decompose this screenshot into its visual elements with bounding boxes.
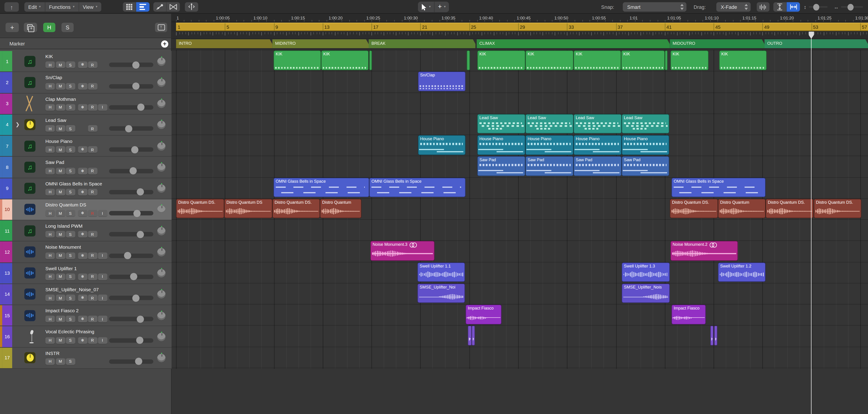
freeze-button[interactable]: ❄ xyxy=(78,231,87,238)
pan-knob[interactable] xyxy=(157,354,166,362)
region-kik[interactable]: KIK xyxy=(671,51,709,70)
tracks-view-button[interactable] xyxy=(136,2,149,12)
region-kik[interactable]: KIK xyxy=(274,51,321,70)
region-house-piano[interactable]: House Piano xyxy=(477,135,525,155)
region-lead-saw[interactable]: Lead Saw xyxy=(622,114,669,134)
region-kik[interactable]: KIK xyxy=(719,51,767,70)
solo-button[interactable]: S xyxy=(66,337,75,344)
region-swell-uplifter-1-3[interactable]: Swell Uplifter 1.3 xyxy=(622,262,670,282)
slider-thumb[interactable] xyxy=(847,4,854,10)
functions-menu[interactable]: Functions▾ xyxy=(45,2,79,12)
region-impact-fiasco[interactable]: Impact Fiasco xyxy=(466,304,502,324)
volume-slider[interactable] xyxy=(109,190,153,194)
hide-button[interactable]: H xyxy=(45,104,55,111)
duplicate-track-button[interactable] xyxy=(24,23,37,32)
region-lead-saw[interactable]: Lead Saw xyxy=(477,114,525,134)
hide-button[interactable]: H xyxy=(45,252,55,259)
solo-button[interactable]: S xyxy=(66,231,75,238)
region-sn-clap[interactable]: Sn/Clap xyxy=(418,72,466,91)
region-distro-quantum-ds-[interactable]: Distro Quantum DS. xyxy=(272,199,320,218)
hide-button[interactable]: H xyxy=(45,358,55,365)
hide-button[interactable]: H xyxy=(45,231,55,238)
track-header-long-island-pwm[interactable]: 11♫Long Island PWMHMS❄R xyxy=(0,220,172,242)
mute-button[interactable]: M xyxy=(56,358,65,365)
region-sliver[interactable] xyxy=(665,51,668,70)
region-house-piano[interactable]: House Piano xyxy=(418,135,466,155)
record-enable-button[interactable]: R xyxy=(88,252,97,259)
volume-slider-thumb[interactable] xyxy=(130,273,137,280)
record-enable-button[interactable]: R xyxy=(88,316,97,322)
volume-slider-thumb[interactable] xyxy=(136,337,143,344)
hide-tracks-button[interactable]: H xyxy=(43,23,55,32)
hide-button[interactable]: H xyxy=(45,273,55,280)
volume-slider[interactable] xyxy=(109,147,153,152)
view-menu[interactable]: View▾ xyxy=(79,2,101,12)
track-header-saw-pad[interactable]: 8♫Saw PadHMS❄R xyxy=(0,157,172,178)
record-enable-button[interactable]: R xyxy=(88,295,97,301)
track-header-kik[interactable]: 1♫KIKHMS❄R xyxy=(0,51,172,72)
mute-button[interactable]: M xyxy=(56,252,65,259)
region-swell-uplifter-1-2[interactable]: Swell Uplifter 1.2 xyxy=(718,262,766,282)
region-distro-quantum-ds-[interactable]: Distro Quantum DS. xyxy=(670,199,718,218)
track-header-instr[interactable]: 17INSTRHMS xyxy=(0,348,172,369)
region-kik[interactable]: KIK xyxy=(321,51,369,70)
freeze-button[interactable]: ❄ xyxy=(78,61,87,68)
freeze-button[interactable]: ❄ xyxy=(78,83,87,89)
region-impact-fiasco[interactable]: Impact Fiasco xyxy=(672,304,706,324)
freeze-button[interactable]: ❄ xyxy=(78,168,87,174)
record-enable-button[interactable]: R xyxy=(88,83,97,89)
region-kik[interactable]: KIK xyxy=(621,51,665,70)
input-monitor-button[interactable]: I xyxy=(98,210,107,216)
volume-slider-thumb[interactable] xyxy=(135,358,142,365)
solo-button[interactable]: S xyxy=(66,61,75,68)
freeze-button[interactable]: ❄ xyxy=(78,316,87,322)
volume-slider-thumb[interactable] xyxy=(124,252,131,259)
volume-slider[interactable] xyxy=(109,126,153,131)
split-at-playhead-button[interactable] xyxy=(185,2,198,12)
marker-track-row[interactable]: Marker + xyxy=(0,39,171,49)
pan-knob[interactable] xyxy=(157,269,166,278)
pan-knob[interactable] xyxy=(157,100,166,108)
track-header-lead-saw[interactable]: 4❯Lead SawHMSR xyxy=(0,114,172,136)
volume-slider-thumb[interactable] xyxy=(137,104,145,111)
region-distro-quantum-ds-[interactable]: Distro Quantum DS. xyxy=(814,199,862,218)
volume-slider-thumb[interactable] xyxy=(129,167,137,175)
volume-slider[interactable] xyxy=(109,317,153,321)
mute-button[interactable]: M xyxy=(56,146,65,153)
mute-button[interactable]: M xyxy=(56,188,65,195)
track-header-omni-glass-bells-in-space[interactable]: 9♫OMNI Glass Bells in SpaceHMS❄R xyxy=(0,178,172,199)
region-saw-pad[interactable]: Saw Pad xyxy=(525,156,574,176)
hide-button[interactable]: H xyxy=(45,83,55,89)
region-lead-saw[interactable]: Lead Saw xyxy=(574,114,622,134)
hide-button[interactable]: H xyxy=(45,210,55,216)
solo-button[interactable]: S xyxy=(66,273,75,280)
mute-button[interactable]: M xyxy=(56,210,65,216)
freeze-button[interactable]: ❄ xyxy=(78,210,87,216)
track-header-noise-monument[interactable]: 12Noise MonumentHMS❄RI xyxy=(0,241,172,263)
region-smse-uplifter-noi[interactable]: SMSE_Uplifter_Noi xyxy=(417,284,465,303)
region-kik[interactable]: KIK xyxy=(574,51,621,70)
region-sliver[interactable] xyxy=(472,326,475,346)
solo-button[interactable]: S xyxy=(66,104,75,111)
record-enable-button[interactable]: R xyxy=(88,210,97,216)
track-header-distro-quantum-ds[interactable]: 10Distro Quantum DSHMS❄RI xyxy=(0,199,172,220)
volume-slider[interactable] xyxy=(109,359,153,364)
freeze-button[interactable]: ❄ xyxy=(78,188,87,195)
freeze-button[interactable]: ❄ xyxy=(78,104,87,111)
solo-button[interactable]: S xyxy=(66,252,75,259)
pan-knob[interactable] xyxy=(157,57,166,66)
record-enable-button[interactable]: R xyxy=(88,168,97,174)
marker-midoutro[interactable]: MIDOUTRO xyxy=(670,39,765,48)
mute-button[interactable]: M xyxy=(56,316,65,322)
mute-button[interactable]: M xyxy=(56,104,65,111)
freeze-button[interactable]: ❄ xyxy=(78,273,87,280)
vertical-auto-zoom-button[interactable] xyxy=(773,2,786,12)
region-noise-monument-3[interactable]: Noise Monument.3 xyxy=(370,241,434,261)
drag-select[interactable]: X-Fade xyxy=(716,2,751,12)
record-enable-button[interactable]: R xyxy=(88,104,97,111)
hide-button[interactable]: H xyxy=(45,337,55,344)
record-enable-button[interactable]: R xyxy=(88,125,97,131)
record-enable-button[interactable]: R xyxy=(88,273,97,280)
region-lead-saw[interactable]: Lead Saw xyxy=(525,114,574,134)
solo-button[interactable]: S xyxy=(66,210,75,216)
